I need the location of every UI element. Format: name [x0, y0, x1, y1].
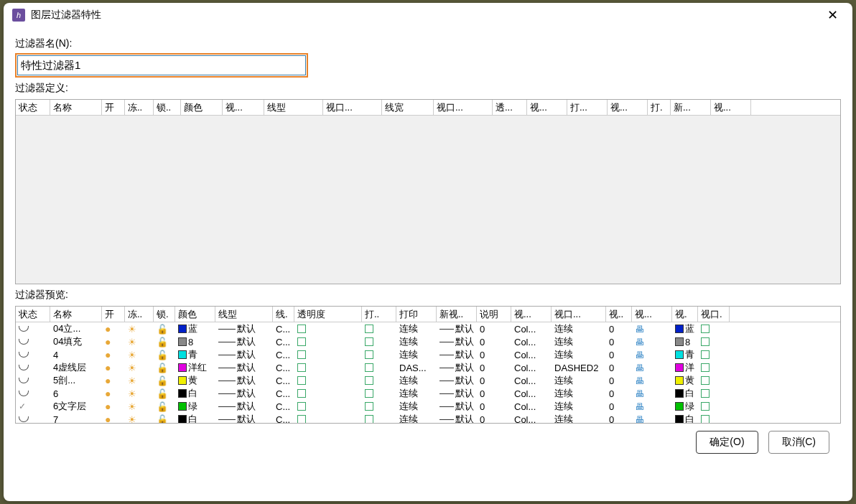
preview-column-header[interactable]: 透明度 — [294, 307, 362, 322]
vp4-cell: 🖶 — [632, 388, 672, 399]
newvp-cell: 默认 — [437, 361, 477, 374]
print-cell: 连续 — [396, 374, 437, 387]
vp2-cell: 连续 — [552, 348, 606, 361]
def-column-header[interactable]: 视... — [223, 100, 264, 115]
preview-body[interactable]: 04立...●☀🔓 蓝 默认C...连续 默认0Col...连续0🖶 蓝04填充… — [16, 322, 840, 423]
name-cell: 4虚线层 — [50, 361, 102, 374]
def-column-header[interactable]: 打. — [648, 100, 671, 115]
vp3-cell: 0 — [606, 337, 632, 347]
print-cell: 连续 — [396, 387, 437, 400]
preview-column-header[interactable]: 视... — [511, 307, 552, 322]
on-cell: ● — [102, 336, 125, 347]
lineweight-cell: C... — [273, 350, 294, 360]
newvp-cell: 默认 — [437, 387, 477, 400]
vp-icon — [701, 325, 710, 333]
preview-column-header[interactable]: 新视.. — [437, 307, 477, 322]
def-header: 状态名称开冻..锁..颜色视...线型视口...线宽视口...透...视...打… — [16, 100, 840, 116]
linetype-cell: 默认 — [215, 348, 273, 361]
preview-column-header[interactable]: 视. — [672, 307, 698, 322]
def-column-header[interactable]: 视... — [527, 100, 567, 115]
status-cell — [16, 391, 50, 396]
def-column-header[interactable]: 线型 — [264, 100, 323, 115]
def-column-header[interactable]: 新... — [671, 100, 711, 115]
table-row[interactable]: 04立...●☀🔓 蓝 默认C...连续 默认0Col...连续0🖶 蓝 — [16, 322, 840, 335]
table-row[interactable]: 7●☀🔓 白 默认C...连续 默认0Col...连续0🖶 白 — [16, 413, 840, 423]
lock-cell: 🔓 — [154, 414, 175, 424]
preview-column-header[interactable]: 说明 — [477, 307, 511, 322]
def-column-header[interactable]: 打... — [567, 100, 608, 115]
on-cell: ● — [102, 388, 125, 399]
vp4-cell: 🖶 — [632, 414, 672, 424]
vp1-cell: Col... — [511, 324, 552, 335]
name-cell: 6 — [50, 388, 102, 399]
preview-column-header[interactable]: 冻.. — [125, 307, 154, 322]
vpend-cell — [698, 402, 730, 411]
preview-column-header[interactable]: 线型 — [215, 307, 273, 322]
vp-icon — [365, 337, 373, 346]
trans-cell — [294, 350, 362, 359]
trans-cell — [294, 325, 362, 333]
on-cell: ● — [102, 362, 125, 373]
preview-column-header[interactable]: 打.. — [362, 307, 396, 322]
preview-column-header[interactable]: 视.. — [606, 307, 632, 322]
preview-column-header[interactable]: 视口... — [552, 307, 606, 322]
def-column-header[interactable]: 颜色 — [181, 100, 223, 115]
vp2-cell: 连续 — [552, 413, 606, 423]
preview-column-header[interactable]: 视... — [632, 307, 672, 322]
table-row[interactable]: 04填充●☀🔓 8 默认C...连续 默认0Col...连续0🖶 8 — [16, 335, 840, 348]
lock-icon: 🔓 — [157, 388, 168, 399]
color-cell: 洋红 — [175, 361, 215, 374]
preview-column-header[interactable]: 颜色 — [175, 307, 215, 322]
cancel-button[interactable]: 取消(C) — [768, 431, 829, 454]
vp1-cell: Col... — [511, 363, 552, 373]
preview-column-header[interactable]: 锁. — [154, 307, 175, 322]
preview-column-header[interactable]: 状态 — [16, 307, 50, 322]
lock-icon: 🔓 — [157, 324, 168, 335]
trans-cell — [294, 376, 362, 385]
lock-icon: 🔓 — [157, 363, 168, 373]
vpend-cell — [698, 415, 730, 423]
ok-button[interactable]: 确定(O) — [696, 431, 758, 454]
def-column-header[interactable]: 状态 — [16, 100, 50, 115]
table-row[interactable]: ✓6文字层●☀🔓 绿 默认C...连续 默认0Col...连续0🖶 绿 — [16, 400, 840, 413]
filter-name-input[interactable] — [15, 53, 308, 78]
trans-cell — [294, 389, 362, 398]
def-column-header[interactable]: 开 — [102, 100, 125, 115]
color-cell: 8 — [175, 337, 215, 347]
preview-column-header[interactable]: 名称 — [50, 307, 102, 322]
table-row[interactable]: 6●☀🔓 白 默认C...连续 默认0Col...连续0🖶 白 — [16, 387, 840, 400]
def-column-header[interactable]: 名称 — [50, 100, 102, 115]
def-column-header[interactable]: 线宽 — [382, 100, 434, 115]
name-cell: 7 — [50, 414, 102, 424]
vpend-cell — [698, 325, 730, 333]
filter-def-grid[interactable]: 状态名称开冻..锁..颜色视...线型视口...线宽视口...透...视...打… — [15, 99, 841, 284]
preview-column-header[interactable]: 开 — [102, 307, 125, 322]
vp3-cell: 0 — [606, 350, 632, 360]
color-cell: 青 — [175, 348, 215, 361]
def-column-header[interactable]: 视... — [711, 100, 751, 115]
table-row[interactable]: 4●☀🔓 青 默认C...连续 默认0Col...连续0🖶 青 — [16, 348, 840, 361]
vp-icon — [365, 376, 373, 385]
vp-icon — [365, 325, 373, 333]
table-row[interactable]: 5剖...●☀🔓 黄 默认C...连续 默认0Col...连续0🖶 黄 — [16, 374, 840, 387]
def-column-header[interactable]: 视口... — [323, 100, 382, 115]
vp-icon — [365, 363, 373, 372]
vpend-cell — [698, 337, 730, 346]
def-column-header[interactable]: 锁.. — [154, 100, 181, 115]
close-button[interactable]: ✕ — [822, 6, 844, 24]
vpcolor-cell: 8 — [672, 337, 698, 347]
def-column-header[interactable]: 冻.. — [125, 100, 154, 115]
lineweight-cell: C... — [273, 363, 294, 373]
color-cell: 白 — [175, 387, 215, 400]
preview-column-header[interactable]: 打印 — [396, 307, 437, 322]
vp1-cell: Col... — [511, 337, 552, 347]
def-column-header[interactable]: 视... — [608, 100, 648, 115]
name-cell: 6文字层 — [50, 400, 102, 413]
table-row[interactable]: 4虚线层●☀🔓 洋红 默认C...DAS... 默认0Col...DASHED2… — [16, 361, 840, 374]
lineweight-cell: C... — [273, 401, 294, 412]
vpcolor-cell: 蓝 — [672, 322, 698, 335]
def-column-header[interactable]: 透... — [493, 100, 527, 115]
preview-column-header[interactable]: 视口. — [698, 307, 730, 322]
def-column-header[interactable]: 视口... — [434, 100, 493, 115]
preview-column-header[interactable]: 线. — [273, 307, 294, 322]
